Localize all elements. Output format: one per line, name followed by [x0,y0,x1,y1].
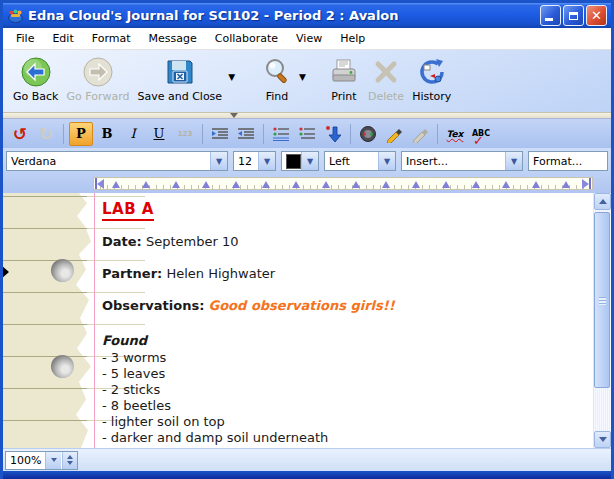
italic-button[interactable]: I [121,122,145,146]
zoom-dropdown-button[interactable] [45,452,61,469]
observations-annotation: Good observations girls!! [209,298,395,313]
tab-stop-marker[interactable] [412,181,420,188]
tab-stop-marker[interactable] [262,181,270,188]
undo-button[interactable]: ↺ [8,122,32,146]
go-back-button[interactable]: Go Back [9,54,62,104]
line-cursor-marker [3,264,9,280]
menu-message[interactable]: Message [140,29,206,48]
format-select[interactable]: Format... [528,151,608,171]
ruled-line [3,324,145,325]
insert-select[interactable]: Insert... ▼ [401,151,523,171]
delete-label: Delete [368,90,404,103]
font-controls-row: Verdana ▼ 12 ▼ ▼ Left ▼ Insert... ▼ Form… [3,148,611,174]
zoom-spinner[interactable] [62,452,77,469]
increase-indent-icon [211,126,229,142]
delete-button: Delete [364,54,408,104]
tab-stop-marker[interactable] [292,181,300,188]
menu-collaborate[interactable]: Collaborate [206,29,287,48]
scroll-up-button[interactable] [594,193,611,210]
editor-page[interactable]: LAB A Date: September 10 Partner: Helen … [3,193,593,448]
window-title: Edna Cloud's Journal for SCI102 - Period… [28,8,538,23]
found-item: - darker and damp soil underneath [102,430,328,446]
print-button[interactable]: Print [324,54,364,104]
tab-stop-marker[interactable] [202,181,210,188]
chevron-up-icon [599,199,607,204]
find-dropdown-caret[interactable]: ▼ [299,72,306,82]
ruler-row [3,174,611,193]
scrollbar-track[interactable] [594,210,611,431]
save-and-close-button[interactable]: Save and Close [133,54,226,104]
tab-stop-marker[interactable] [112,181,120,188]
toolbar-collapse-caret[interactable] [230,113,238,118]
go-back-icon [20,55,52,89]
zoom-widget[interactable]: 100% [5,451,78,470]
right-indent-marker[interactable] [582,178,591,189]
tab-stop-marker[interactable] [382,181,390,188]
bulleted-list-button[interactable] [269,122,293,146]
text-style-button[interactable]: Tex [443,122,467,146]
ruler[interactable] [93,177,593,190]
numbered-list-icon [298,126,316,142]
increase-indent-button[interactable] [208,122,232,146]
partner-value: Helen Highwater [166,266,275,281]
content-area: LAB A Date: September 10 Partner: Helen … [3,193,611,448]
menu-view[interactable]: View [287,29,331,48]
tab-stop-marker[interactable] [322,181,330,188]
insert-below-button[interactable] [321,122,345,146]
bold-icon: B [102,126,113,141]
vertical-scrollbar[interactable] [593,193,611,448]
menu-file[interactable]: File [7,29,43,48]
decrease-indent-button[interactable] [234,122,258,146]
found-item: - 3 worms [102,350,328,366]
window-bottom-border [3,471,611,479]
highlighter-button[interactable] [382,122,406,146]
plain-text-button[interactable]: P [69,122,93,146]
insert-value: Insert... [402,155,505,168]
minimize-button[interactable] [540,5,561,26]
maximize-button[interactable] [563,5,584,26]
tab-stop-marker[interactable] [532,181,540,188]
menu-format[interactable]: Format [83,29,140,48]
bold-button[interactable]: B [95,122,119,146]
tab-stop-marker[interactable] [442,181,450,188]
undo-icon: ↺ [13,124,27,144]
tab-stop-marker[interactable] [142,181,150,188]
tab-stop-marker[interactable] [502,181,510,188]
print-icon [328,55,360,89]
close-button[interactable]: ✕ [586,5,607,26]
highlighter-icon [385,125,403,143]
bulleted-list-icon [272,126,290,142]
spellcheck-icon: ABC✓ [472,129,490,138]
scroll-down-button[interactable] [594,431,611,448]
underline-button[interactable]: U [147,122,171,146]
history-button[interactable]: History [408,54,455,104]
menu-edit[interactable]: Edit [43,29,82,48]
found-item: - 8 beetles [102,398,328,414]
tab-stop-marker[interactable] [562,181,570,188]
alignment-value: Left [325,155,378,168]
found-item: - 2 sticks [102,382,328,398]
menu-help[interactable]: Help [331,29,374,48]
font-size-select[interactable]: 12 ▼ [233,151,276,171]
find-button[interactable]: Find [257,54,297,104]
tab-stop-marker[interactable] [472,181,480,188]
left-indent-marker[interactable] [95,178,104,189]
tab-stop-marker[interactable] [352,181,360,188]
tab-stop-marker[interactable] [232,181,240,188]
date-value: September 10 [146,234,239,249]
save-and-close-label: Save and Close [137,90,222,103]
font-color-select[interactable]: ▼ [281,151,319,171]
text-style-icon: Tex [447,129,464,139]
margin-line [94,193,95,448]
go-forward-button: Go Forward [62,54,133,104]
numbered-list-button[interactable] [295,122,319,146]
tab-stop-marker[interactable] [172,181,180,188]
spellcheck-button[interactable]: ABC✓ [469,122,493,146]
font-family-select[interactable]: Verdana ▼ [6,151,228,171]
alignment-select[interactable]: Left ▼ [324,151,396,171]
scrollbar-thumb[interactable] [594,212,610,388]
chevron-down-icon: ▼ [378,152,395,170]
save-dropdown-caret[interactable]: ▼ [228,72,235,82]
refresh-button[interactable] [356,122,380,146]
font-size-icon: 123 [178,130,193,138]
